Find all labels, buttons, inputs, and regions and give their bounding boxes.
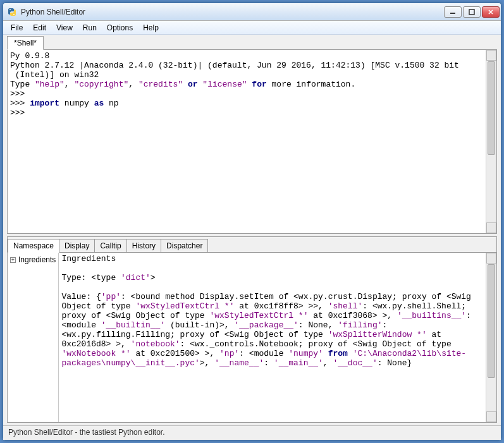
app-window: Python Shell/Editor FileEditViewRunOptio… bbox=[3, 3, 501, 440]
menu-edit[interactable]: Edit bbox=[28, 22, 51, 33]
expand-icon[interactable]: + bbox=[10, 257, 16, 263]
scroll-thumb[interactable] bbox=[488, 61, 495, 155]
tree-root-label: Ingredients bbox=[18, 255, 56, 264]
scroll-up-icon[interactable] bbox=[486, 253, 496, 264]
tab-dispatcher[interactable]: Dispatcher bbox=[161, 239, 208, 253]
window-title: Python Shell/Editor bbox=[21, 8, 444, 16]
minimize-button[interactable] bbox=[444, 6, 462, 18]
menu-bar: FileEditViewRunOptionsHelp bbox=[3, 21, 501, 35]
menu-view[interactable]: View bbox=[51, 22, 78, 33]
tab-shell[interactable]: *Shell* bbox=[7, 36, 44, 50]
detail-scrollbar[interactable] bbox=[486, 253, 496, 422]
status-bar: Python Shell/Editor - the tastiest Pytho… bbox=[3, 425, 501, 440]
lower-tabs: NamespaceDisplayCalltipHistoryDispatcher bbox=[8, 237, 496, 252]
svg-point-1 bbox=[13, 14, 15, 15]
scroll-down-icon[interactable] bbox=[486, 222, 496, 233]
tab-calltip[interactable]: Calltip bbox=[94, 239, 126, 253]
shell-scrollbar[interactable] bbox=[486, 50, 496, 233]
close-button[interactable] bbox=[482, 6, 500, 18]
svg-rect-2 bbox=[450, 13, 455, 14]
shell-input[interactable]: Py 0.9.8Python 2.7.12 |Anaconda 2.4.0 (3… bbox=[8, 50, 486, 233]
document-tabs: *Shell* bbox=[7, 36, 497, 50]
title-bar[interactable]: Python Shell/Editor bbox=[3, 3, 501, 21]
scroll-up-icon[interactable] bbox=[486, 50, 496, 61]
svg-point-0 bbox=[9, 9, 11, 10]
menu-file[interactable]: File bbox=[6, 22, 28, 33]
menu-help[interactable]: Help bbox=[138, 22, 164, 33]
tree-root-row[interactable]: + Ingredients bbox=[10, 255, 56, 264]
scroll-thumb[interactable] bbox=[488, 264, 495, 378]
content-area: *Shell* Py 0.9.8Python 2.7.12 |Anaconda … bbox=[3, 35, 501, 425]
menu-run[interactable]: Run bbox=[78, 22, 102, 33]
status-text: Python Shell/Editor - the tastiest Pytho… bbox=[8, 428, 164, 437]
app-icon bbox=[7, 7, 17, 17]
menu-options[interactable]: Options bbox=[102, 22, 138, 33]
lower-panel: NamespaceDisplayCalltipHistoryDispatcher… bbox=[7, 236, 497, 423]
tab-history[interactable]: History bbox=[126, 239, 161, 253]
tab-namespace[interactable]: Namespace bbox=[8, 239, 59, 253]
svg-rect-3 bbox=[469, 9, 474, 15]
maximize-button[interactable] bbox=[463, 6, 481, 18]
tab-display[interactable]: Display bbox=[59, 239, 95, 253]
scroll-down-icon[interactable] bbox=[486, 411, 496, 422]
namespace-detail[interactable]: Ingredients Type: <type 'dict'> Value: {… bbox=[59, 253, 486, 422]
shell-pane: Py 0.9.8Python 2.7.12 |Anaconda 2.4.0 (3… bbox=[7, 49, 497, 234]
namespace-tree[interactable]: + Ingredients bbox=[8, 253, 59, 422]
